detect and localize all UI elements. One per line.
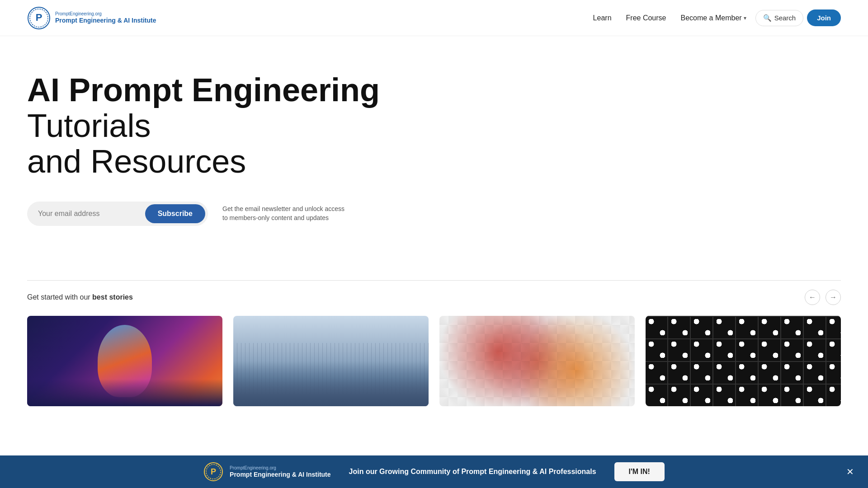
card-image-3 — [439, 316, 635, 406]
nav-become-member[interactable]: Become a Member ▾ — [675, 10, 751, 26]
svg-text:P: P — [36, 12, 42, 23]
stories-section: Get started with our best stories ← → — [0, 280, 868, 406]
card-4[interactable] — [646, 316, 841, 406]
logo[interactable]: P PromptEngineering.org Prompt Engineeri… — [27, 6, 156, 30]
search-icon: 🔍 — [763, 14, 772, 22]
email-input[interactable] — [38, 206, 145, 221]
main-nav: P PromptEngineering.org Prompt Engineeri… — [0, 0, 868, 36]
nav-arrows: ← → — [805, 290, 841, 305]
prev-arrow-button[interactable]: ← — [805, 290, 820, 305]
card-image-2 — [233, 316, 429, 406]
hero-section: AI Prompt Engineering Tutorialsand Resou… — [0, 36, 633, 253]
subscribe-button[interactable]: Subscribe — [145, 204, 205, 223]
hero-heading-bold: AI Prompt Engineering — [27, 72, 380, 108]
card-1[interactable] — [27, 316, 222, 406]
stories-title: Get started with our best stories — [27, 293, 133, 301]
logo-text: PromptEngineering.org Prompt Engineering… — [55, 11, 156, 24]
card-2[interactable] — [233, 316, 429, 406]
nav-become-member-label: Become a Member — [680, 14, 741, 22]
search-label: Search — [774, 14, 796, 22]
next-arrow-button[interactable]: → — [826, 290, 841, 305]
card-image-4 — [646, 316, 841, 406]
logo-name: Prompt Engineering & AI Institute — [55, 17, 156, 24]
card-image-1 — [27, 316, 222, 406]
nav-learn[interactable]: Learn — [588, 10, 617, 26]
search-button[interactable]: 🔍 Search — [755, 10, 804, 26]
cards-grid — [27, 316, 841, 406]
hero-heading-normal: Tutorialsand Resources — [27, 108, 246, 179]
stories-intro: Get started with our — [27, 293, 92, 301]
stories-header: Get started with our best stories ← → — [27, 280, 841, 305]
subscribe-hint: Get the email newsletter and unlock acce… — [222, 205, 349, 222]
join-button[interactable]: Join — [807, 9, 841, 26]
chevron-down-icon: ▾ — [744, 15, 746, 21]
card-3[interactable] — [439, 316, 635, 406]
stories-intro-bold: best stories — [92, 293, 133, 301]
logo-icon: P — [27, 6, 51, 30]
nav-free-course[interactable]: Free Course — [621, 10, 672, 26]
logo-url: PromptEngineering.org — [55, 11, 156, 17]
subscribe-area: Subscribe Get the email newsletter and u… — [27, 202, 606, 226]
hero-heading: AI Prompt Engineering Tutorialsand Resou… — [27, 72, 434, 180]
email-form: Subscribe — [27, 202, 208, 226]
nav-links: Learn Free Course Become a Member ▾ 🔍 Se… — [588, 9, 841, 26]
